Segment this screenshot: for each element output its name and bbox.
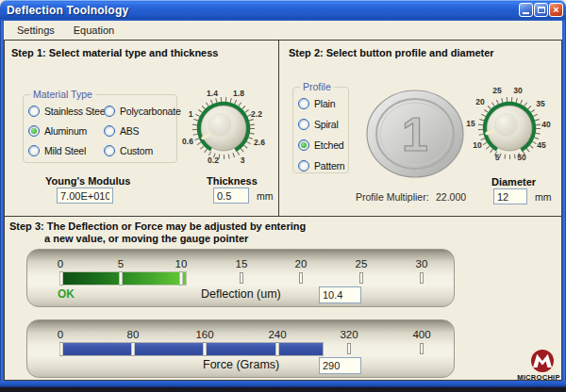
radio-icon [298, 98, 309, 109]
radio-icon [298, 160, 309, 172]
radio-etched[interactable]: Etched [298, 139, 344, 151]
gauge-tick-label: 5 [118, 258, 124, 270]
window-border-bottom [0, 381, 566, 387]
gauge-tick [420, 343, 424, 354]
gauge-tick [120, 272, 123, 285]
button-preview: 1 [364, 89, 466, 181]
radio-mild-steel[interactable]: Mild Steel [28, 145, 86, 156]
minimize-button[interactable] [519, 3, 533, 17]
step2-header: Step 2: Select button profile and diamet… [289, 47, 494, 58]
youngs-modulus-label: Young's Modulus [45, 175, 130, 187]
gauge-tick-label: 10 [175, 258, 188, 270]
knob-boss [494, 113, 518, 137]
close-button[interactable]: × [549, 3, 563, 17]
thickness-label: Thickness [207, 175, 258, 187]
knob-tick-label: 5 [495, 153, 500, 162]
app-window: Deflection Toolnology × Settings Equatio… [0, 0, 566, 392]
knob-tick-label: 10 [473, 140, 482, 150]
knob-tick-label: 50 [517, 153, 526, 162]
radio-stainless-steel[interactable]: Stainless Steel [28, 106, 107, 117]
gauge-tick [240, 272, 243, 284]
radio-custom[interactable]: Custom [104, 145, 153, 156]
maximize-icon [538, 7, 545, 13]
gauge-tick [204, 343, 207, 355]
knob-tick-label: 1 [189, 109, 193, 119]
menu-settings[interactable]: Settings [13, 23, 58, 38]
radio-selected-icon [298, 139, 309, 151]
deflection-fill-bar[interactable] [60, 272, 186, 285]
deflection-gauge[interactable]: 0 5 10 15 20 25 30 OK Deflection (um) [26, 249, 455, 307]
close-icon: × [550, 3, 562, 17]
diameter-label: Diameter [491, 176, 536, 188]
radio-selected-icon [28, 125, 40, 137]
radio-plain[interactable]: Plain [298, 98, 335, 109]
radio-polycarbonate[interactable]: Polycarbonate [104, 106, 181, 117]
gauge-tick [132, 343, 135, 355]
knob-tick-label: 35 [536, 99, 545, 108]
radio-spiral[interactable]: Spiral [298, 119, 339, 130]
force-label: Force (Grams) [203, 358, 279, 371]
thickness-knob[interactable]: 0.2 0.6 1 1.4 1.8 2.2 2.6 3 [172, 79, 275, 181]
maximize-button[interactable] [534, 3, 548, 17]
knob-tick-label: 2.6 [254, 138, 265, 147]
force-gauge[interactable]: 0 80 160 240 320 400 Force (Grams) [26, 319, 455, 378]
diameter-input[interactable] [493, 188, 527, 204]
gauge-tick [347, 343, 351, 354]
deflection-input[interactable] [319, 286, 361, 303]
knob-tick-label: 15 [466, 119, 475, 128]
knob-pointer [487, 132, 493, 134]
gauge-tick [276, 343, 279, 355]
background-strip [0, 387, 566, 392]
step3-header-line1: Step 3: The Deflection or Force may be a… [9, 220, 306, 232]
knob-tick-label: 2.2 [251, 109, 262, 119]
gauge-tick [180, 272, 183, 285]
radio-icon [104, 125, 115, 137]
radio-icon [298, 119, 309, 130]
gauge-tick-label: 160 [195, 329, 213, 340]
window-border-right [562, 21, 566, 387]
step3-header-line2: a new value, or moving the gauge pointer [44, 233, 248, 244]
thickness-input[interactable] [213, 188, 249, 204]
gauge-tick-label: 15 [236, 258, 248, 270]
deflection-label: Deflection (um) [201, 287, 281, 301]
gauge-tick-label: 400 [412, 329, 430, 340]
microchip-wordmark: MICROCHIP [511, 373, 566, 382]
gauge-tick-label: 80 [127, 329, 140, 340]
diameter-unit: mm [535, 191, 552, 203]
gauge-tick-label: 0 [58, 258, 63, 270]
gauge-tick-label: 0 [58, 329, 63, 340]
knob-tick-label: 1.8 [233, 89, 244, 98]
microchip-logo [526, 349, 558, 373]
menu-equation[interactable]: Equation [70, 23, 118, 38]
gauge-tick-label: 20 [295, 258, 308, 270]
radio-abs[interactable]: ABS [104, 125, 139, 137]
diameter-knob[interactable]: 5 10 15 20 25 30 35 40 45 50 [458, 79, 561, 181]
knob-tick-label: 25 [492, 86, 502, 95]
knob-tick-label: 30 [513, 86, 523, 95]
radio-pattern[interactable]: Pattern [298, 160, 344, 172]
menu-bar: Settings Equation [4, 21, 562, 40]
knob-tick-label: 40 [541, 120, 551, 129]
step1-header: Step 1: Select material type and thickne… [11, 47, 218, 58]
force-input[interactable] [319, 357, 361, 374]
deflection-status: OK [58, 287, 75, 301]
profile-group-label: Profile [300, 81, 334, 92]
knob-boss [208, 113, 232, 137]
force-fill-bar[interactable] [60, 343, 323, 355]
material-type-group-label: Material Type [30, 89, 95, 100]
radio-aluminum[interactable]: Aluminum [28, 125, 87, 137]
gauge-tick [359, 272, 363, 284]
minimize-icon [523, 12, 529, 14]
gauge-tick-label: 30 [416, 258, 428, 270]
knob-tick-label: 0.2 [208, 155, 219, 165]
gauge-tick [60, 272, 63, 285]
knob-tick-label: 3 [241, 155, 245, 165]
title-bar: Deflection Toolnology × [0, 0, 566, 21]
youngs-modulus-input[interactable] [57, 188, 113, 204]
gauge-tick [60, 343, 63, 355]
radio-icon [104, 106, 115, 117]
window-title: Deflection Toolnology [7, 4, 128, 17]
gauge-tick-label: 320 [340, 329, 358, 340]
gauge-tick [420, 272, 424, 284]
knob-tick-label: 1.4 [207, 89, 218, 98]
